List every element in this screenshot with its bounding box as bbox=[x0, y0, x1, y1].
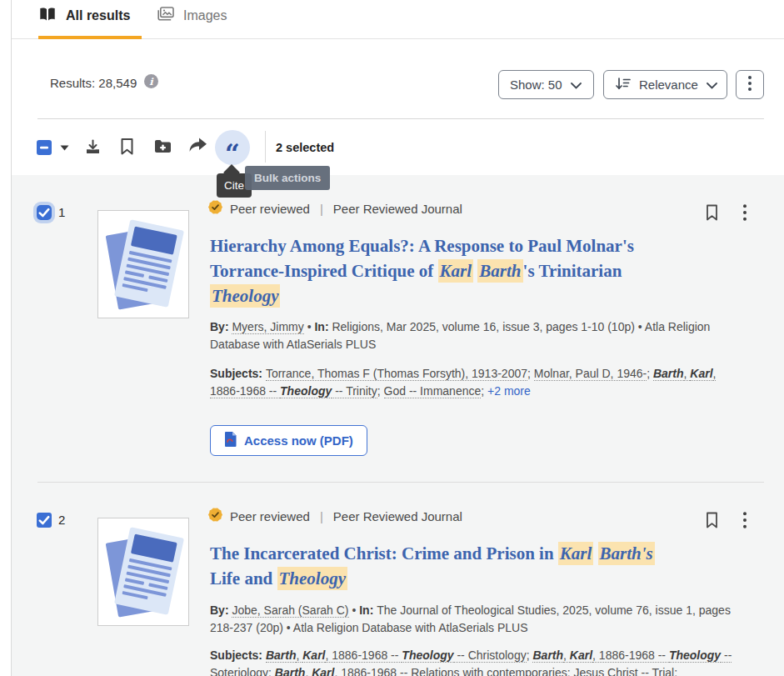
panel-border bbox=[11, 0, 12, 676]
sort-dropdown[interactable]: Relevance bbox=[603, 70, 727, 99]
toolbar-divider bbox=[265, 131, 266, 163]
pdf-file-icon bbox=[224, 432, 237, 449]
peer-review-line: Peer reviewed | Peer Reviewed Journal bbox=[208, 508, 462, 524]
images-icon bbox=[157, 7, 174, 24]
results-list: 1 Peer reviewed | Peer bbox=[12, 175, 784, 676]
result-subjects[interactable]: Subjects: Barth, Karl, 1886-1968 -- Theo… bbox=[210, 647, 738, 676]
result-row-2: 2 Peer reviewed | Peer bbox=[12, 483, 784, 676]
sort-descending-icon bbox=[615, 77, 631, 93]
access-pdf-label: Access now (PDF) bbox=[244, 433, 353, 448]
tab-images[interactable]: Images bbox=[157, 7, 227, 24]
peer-reviewed-label: Peer reviewed bbox=[230, 509, 310, 523]
result-title-link[interactable]: Hierarchy Among Equals?: A Response to P… bbox=[210, 233, 737, 308]
peer-reviewed-badge-icon bbox=[208, 200, 222, 217]
bulk-actions-tooltip: Bulk actions bbox=[245, 166, 330, 190]
result-1-checkbox[interactable] bbox=[37, 205, 52, 220]
left-gutter bbox=[0, 0, 11, 676]
sort-label: Relevance bbox=[639, 78, 698, 92]
result-thumbnail[interactable] bbox=[97, 210, 189, 318]
bookmark-icon[interactable] bbox=[706, 204, 718, 224]
cite-quote-icon: “ bbox=[225, 142, 240, 168]
result-number: 2 bbox=[58, 513, 65, 527]
result-thumbnail[interactable] bbox=[97, 518, 189, 626]
result-byline[interactable]: By: Jobe, Sarah (Sarah C) • In: The Jour… bbox=[210, 602, 738, 637]
result-byline[interactable]: By: Myers, Jimmy • In: Religions, Mar 20… bbox=[210, 318, 738, 353]
tab-all-results[interactable]: All results bbox=[38, 7, 130, 25]
tab-images-label: Images bbox=[183, 8, 227, 23]
results-count: Results: 28,549 i bbox=[50, 74, 158, 91]
results-tabbar: All results Images bbox=[12, 0, 784, 39]
bookmark-icon[interactable] bbox=[120, 138, 134, 156]
peer-reviewed-label: Peer reviewed bbox=[230, 202, 310, 216]
access-pdf-button[interactable]: Access now (PDF) bbox=[210, 425, 367, 456]
result-subjects[interactable]: Subjects: Torrance, Thomas F (Thomas For… bbox=[210, 365, 738, 400]
download-icon[interactable] bbox=[84, 138, 102, 156]
result-2-checkbox[interactable] bbox=[37, 513, 52, 528]
chevron-down-icon bbox=[571, 78, 582, 92]
header-divider bbox=[37, 118, 764, 119]
select-menu-caret[interactable] bbox=[60, 145, 69, 151]
kebab-icon bbox=[748, 76, 752, 93]
more-options-button[interactable] bbox=[736, 70, 764, 99]
result-number: 1 bbox=[58, 205, 65, 219]
search-results-page: All results Images Results: 28,549 i Sho… bbox=[0, 0, 784, 676]
result-row-1: 1 Peer reviewed | Peer bbox=[12, 175, 784, 482]
info-icon[interactable]: i bbox=[144, 74, 158, 91]
show-per-page-dropdown[interactable]: Show: 50 bbox=[498, 70, 594, 99]
selected-count-label: 2 selected bbox=[276, 141, 334, 154]
peer-review-line: Peer reviewed | Peer Reviewed Journal bbox=[208, 200, 462, 217]
book-icon bbox=[38, 7, 57, 25]
result-title-link[interactable]: The Incarcerated Christ: Crime and Priso… bbox=[210, 541, 737, 591]
results-count-label: Results: 28,549 bbox=[50, 76, 137, 90]
cite-button[interactable]: “ bbox=[215, 130, 250, 165]
kebab-icon[interactable] bbox=[743, 204, 747, 224]
share-icon[interactable] bbox=[188, 138, 207, 153]
peer-reviewed-badge-icon bbox=[208, 508, 222, 524]
show-per-page-label: Show: 50 bbox=[510, 78, 562, 92]
tab-all-results-label: All results bbox=[66, 8, 130, 23]
chevron-down-icon bbox=[707, 78, 717, 92]
pipe-separator: | bbox=[317, 202, 326, 216]
pipe-separator: | bbox=[317, 509, 326, 523]
add-to-folder-icon[interactable] bbox=[154, 139, 172, 153]
source-type-label: Peer Reviewed Journal bbox=[333, 509, 462, 523]
bookmark-icon[interactable] bbox=[706, 512, 718, 532]
select-all-checkbox[interactable] bbox=[37, 140, 52, 155]
source-type-label: Peer Reviewed Journal bbox=[333, 202, 462, 216]
active-tab-indicator bbox=[38, 36, 142, 39]
kebab-icon[interactable] bbox=[743, 512, 747, 532]
